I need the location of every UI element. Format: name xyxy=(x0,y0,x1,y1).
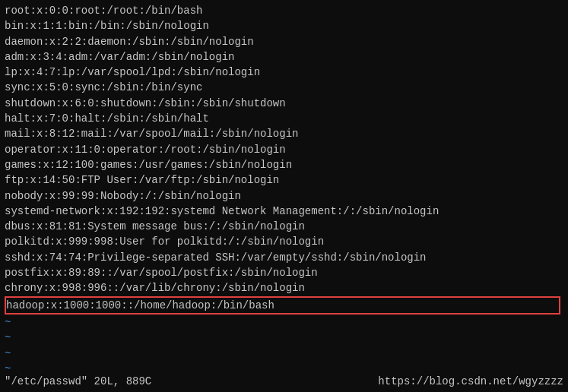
terminal-line: lp:x:4:7:lp:/var/spool/lpd:/sbin/nologin xyxy=(5,65,563,80)
terminal-output: root:x:0:0:root:/root:/bin/bashbin:x:1:1… xyxy=(5,3,563,376)
terminal-line: games:x:12:100:games:/usr/games:/sbin/no… xyxy=(5,157,563,172)
terminal-line: root:x:0:0:root:/root:/bin/bash xyxy=(5,3,563,18)
status-left: "/etc/passwd" 20L, 889C xyxy=(5,375,151,387)
status-bar: "/etc/passwd" 20L, 889C https://blog.csd… xyxy=(0,375,568,387)
terminal-window: root:x:0:0:root:/root:/bin/bashbin:x:1:1… xyxy=(0,0,568,392)
terminal-line: adm:x:3:4:adm:/var/adm:/sbin/nologin xyxy=(5,49,563,65)
terminal-line: nobody:x:99:99:Nobody:/:/sbin/nologin xyxy=(5,188,563,204)
terminal-line: systemd-network:x:192:192:systemd Networ… xyxy=(5,204,563,219)
terminal-line: shutdown:x:6:0:shutdown:/sbin:/sbin/shut… xyxy=(5,96,563,111)
tilde-line: ~ xyxy=(5,346,563,361)
terminal-line: dbus:x:81:81:System message bus:/:/sbin/… xyxy=(5,219,563,234)
tilde-line: ~ xyxy=(5,315,563,330)
terminal-line: polkitd:x:999:998:User for polkitd:/:/sb… xyxy=(5,234,563,249)
terminal-line: postfix:x:89:89::/var/spool/postfix:/sbi… xyxy=(5,265,563,280)
terminal-line: daemon:x:2:2:daemon:/sbin:/sbin/nologin xyxy=(5,34,563,49)
terminal-line: chrony:x:998:996::/var/lib/chrony:/sbin/… xyxy=(5,280,563,296)
terminal-line: operator:x:11:0:operator:/root:/sbin/nol… xyxy=(5,142,563,157)
terminal-line: sync:x:5:0:sync:/sbin:/bin/sync xyxy=(5,80,563,95)
status-right: https://blog.csdn.net/wgyzzzz xyxy=(378,375,563,387)
terminal-line: mail:x:8:12:mail:/var/spool/mail:/sbin/n… xyxy=(5,126,563,141)
tilde-line: ~ xyxy=(5,361,563,376)
terminal-line: bin:x:1:1:bin:/bin:/sbin/nologin xyxy=(5,18,563,33)
terminal-line: ftp:x:14:50:FTP User:/var/ftp:/sbin/nolo… xyxy=(5,172,563,188)
terminal-line: halt:x:7:0:halt:/sbin:/sbin/halt xyxy=(5,111,563,126)
highlighted-line: hadoop:x:1000:1000::/home/hadoop:/bin/ba… xyxy=(5,296,560,315)
terminal-line: sshd:x:74:74:Privilege-separated SSH:/va… xyxy=(5,250,563,265)
tilde-line: ~ xyxy=(5,330,563,345)
